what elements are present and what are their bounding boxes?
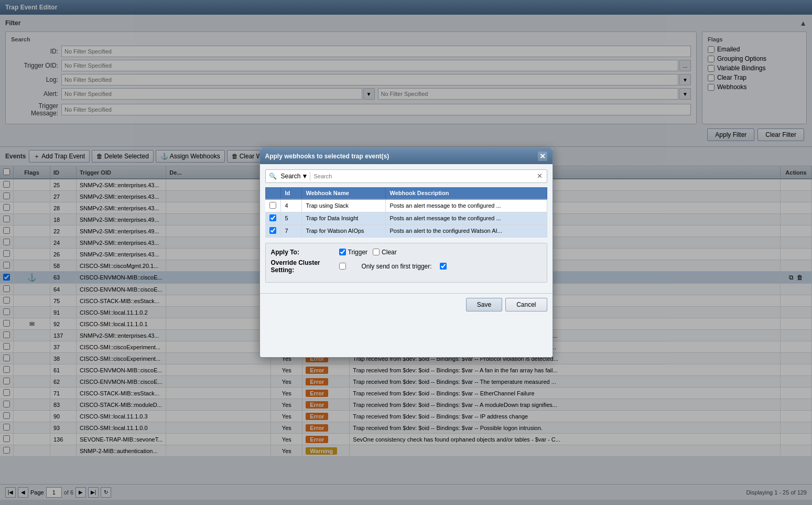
modal-save-button[interactable]: Save — [466, 298, 502, 311]
modal-search-icon: 🔍 — [269, 173, 277, 180]
modal-overlay: Apply webhooks to selected trap event(s)… — [0, 0, 812, 505]
apply-to-row: Apply To: Trigger Clear — [271, 249, 542, 256]
modal-search-dropdown[interactable]: Search ▼ — [279, 171, 311, 181]
apply-to-clear-option: Clear — [373, 249, 397, 256]
modal-webhook-row: 4 Trap using Slack Posts an alert messag… — [265, 199, 547, 212]
modal-webhook-name: Trap for Data Insight — [301, 212, 385, 224]
modal-webhook-checkbox[interactable] — [269, 214, 276, 221]
override-cluster-checkbox[interactable] — [339, 263, 346, 270]
modal-footer: Save Cancel — [260, 293, 553, 316]
apply-to-clear-checkbox[interactable] — [373, 249, 380, 255]
only-first-trigger-label: Only send on first trigger: — [362, 263, 432, 270]
modal-col-header-check — [265, 187, 281, 199]
modal-title: Apply webhooks to selected trap event(s) — [265, 153, 389, 160]
modal-webhooks-table: Id Webhook Name Webhook Description 4 Tr… — [265, 187, 547, 238]
modal-search-clear-button[interactable]: ✕ — [536, 172, 544, 180]
modal-body: 🔍 Search ▼ ✕ Id Webhook Name Webhook Des… — [260, 164, 553, 293]
modal-col-header-id: Id — [280, 187, 301, 199]
modal-title-bar: Apply webhooks to selected trap event(s)… — [260, 148, 553, 164]
modal-search-bar: 🔍 Search ▼ ✕ — [265, 169, 547, 183]
override-cluster-row: Override Cluster Setting: Only send on f… — [271, 259, 542, 274]
assign-webhooks-modal: Apply webhooks to selected trap event(s)… — [259, 148, 553, 358]
modal-webhook-row-checked: 7 Trap for Watson AIOps Posts an alert t… — [265, 224, 547, 237]
modal-webhook-name: Trap using Slack — [301, 199, 385, 212]
apply-to-label: Apply To: — [271, 249, 334, 256]
apply-to-trigger-label: Trigger — [348, 249, 368, 256]
modal-webhook-desc: Posts an alert to the configured Watson … — [385, 224, 547, 237]
modal-webhook-id: 4 — [280, 199, 301, 212]
modal-webhook-name: Trap for Watson AIOps — [301, 224, 385, 237]
modal-search-dropdown-label: Search — [281, 173, 301, 180]
modal-search-input[interactable] — [312, 172, 533, 180]
modal-webhook-desc: Posts an alert message to the configured… — [385, 212, 547, 224]
modal-search-dropdown-arrow: ▼ — [302, 173, 308, 180]
apply-to-trigger-option: Trigger — [339, 249, 368, 256]
override-cluster-label: Override Cluster Setting: — [271, 259, 334, 274]
modal-close-button[interactable]: ✕ — [538, 152, 547, 161]
modal-webhook-row-checked: 5 Trap for Data Insight Posts an alert m… — [265, 212, 547, 224]
modal-cancel-button[interactable]: Cancel — [505, 298, 547, 311]
modal-webhook-desc: Posts an alert message to the configured… — [385, 199, 547, 212]
modal-col-header-name: Webhook Name — [301, 187, 385, 199]
modal-webhook-id: 5 — [280, 212, 301, 224]
modal-col-header-desc: Webhook Description — [385, 187, 547, 199]
modal-webhook-id: 7 — [280, 224, 301, 237]
modal-apply-to-section: Apply To: Trigger Clear Override Cluster… — [265, 243, 547, 283]
modal-webhook-checkbox[interactable] — [269, 202, 276, 209]
only-first-trigger-checkbox[interactable] — [440, 263, 447, 270]
apply-to-trigger-checkbox[interactable] — [339, 249, 346, 255]
apply-to-clear-label: Clear — [382, 249, 397, 256]
modal-webhook-checkbox[interactable] — [269, 227, 276, 234]
